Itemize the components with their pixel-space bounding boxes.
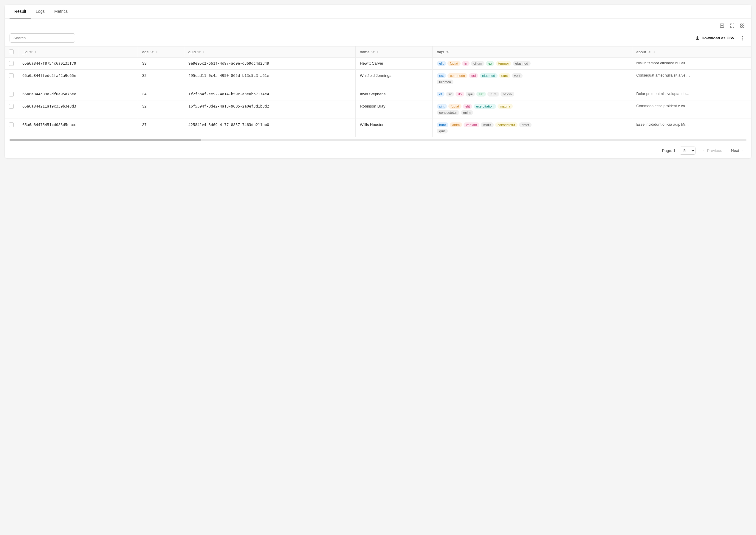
cell-about: Consequat amet nulla sit a velit magna v… [632, 70, 751, 88]
cell-about: Commodo esse proident e commodo Lorem co… [632, 100, 751, 119]
cell-name: Irwin Stephens [356, 88, 433, 100]
table-row: 65a6a84475451cd083d5eacc37425841e4-3d69-… [5, 119, 751, 137]
tag-item: enim [461, 110, 473, 115]
chevron-left-icon: ← [702, 148, 706, 153]
grid-icon[interactable] [738, 21, 746, 30]
header-name: name 👁 ↕ [356, 46, 433, 58]
tag-item: consectetur [495, 123, 518, 127]
svg-rect-2 [742, 24, 744, 25]
tag-item: tempor [496, 61, 511, 66]
export-icon[interactable] [718, 21, 726, 30]
tag-item: ex [486, 61, 494, 66]
tag-item: sint [437, 104, 447, 109]
header-guid: guid 👁 ↕ [184, 46, 355, 58]
tag-item: magna [498, 104, 513, 109]
next-button[interactable]: Next → [729, 147, 746, 154]
tag-item: et [437, 92, 444, 97]
tab-logs[interactable]: Logs [31, 5, 49, 18]
previous-button[interactable]: ← Previous [700, 147, 725, 154]
row-checkbox[interactable] [9, 104, 14, 109]
cell-about: Nisi in tempor eiusmod nul aliqua nulla … [632, 58, 751, 70]
table-row: 65a6a844ffedc3fa42a9e65e32495cad11-0c4a-… [5, 70, 751, 88]
tag-item: sunt [499, 73, 510, 78]
row-checkbox[interactable] [9, 73, 14, 78]
cell-age: 32 [138, 70, 184, 88]
tag-item: velit [512, 73, 523, 78]
page-size-select[interactable]: 5102050 [680, 147, 695, 155]
cell-age: 37 [138, 119, 184, 137]
tag-item: do [456, 92, 464, 97]
id-sort-icon[interactable]: ↕ [35, 50, 36, 54]
cell-guid: 425841e4-3d69-4f77-8857-7463db211bb0 [184, 119, 355, 137]
cell-about: Dolor proident nisi voluptat dolor ad. N… [632, 88, 751, 100]
page-label: Page: 1 [662, 148, 676, 153]
expand-icon[interactable] [728, 21, 736, 30]
tag-item: fugiat [448, 104, 462, 109]
id-eye-icon[interactable]: 👁 [29, 50, 33, 54]
cell-name: Hewitt Carver [356, 58, 433, 70]
cell-name: Whitfield Jennings [356, 70, 433, 88]
header-checkbox-col [5, 46, 18, 58]
tab-metrics[interactable]: Metrics [49, 5, 73, 18]
cell-guid: 1f2f3b4f-ee92-4a14-b59c-a3e0bb7174e4 [184, 88, 355, 100]
svg-rect-4 [742, 26, 744, 27]
chevron-right-icon: → [740, 148, 744, 153]
select-all-checkbox[interactable] [9, 49, 14, 54]
header-tags: tags 👁 [433, 46, 632, 58]
svg-point-6 [742, 38, 743, 39]
cell-age: 33 [138, 58, 184, 70]
download-csv-button[interactable]: Download as CSV [695, 36, 735, 40]
download-icon [695, 36, 700, 40]
cell-age: 34 [138, 88, 184, 100]
cell-name: Willis Houston [356, 119, 433, 137]
search-input[interactable] [10, 33, 75, 42]
tag-item: commodo [447, 73, 468, 78]
table-row: 65a6a844211a19c339b3e3d33216f5594f-0de2-… [5, 100, 751, 119]
svg-rect-1 [741, 24, 742, 25]
tag-item: anim [450, 123, 462, 127]
tag-item: irure [437, 123, 448, 127]
tag-item: elit [463, 104, 472, 109]
main-container: Result Logs Metrics [5, 5, 751, 158]
row-checkbox[interactable] [9, 61, 14, 66]
tag-item: eiusmod [513, 61, 530, 66]
cell-id: 65a6a84475451cd083d5eacc [18, 119, 138, 137]
row-checkbox[interactable] [9, 92, 14, 97]
tag-item: sit [446, 92, 454, 97]
age-sort-icon[interactable]: ↕ [156, 50, 158, 54]
tag-item: exercitation [474, 104, 496, 109]
cell-about: Esse incididunt officia adip Minim venia… [632, 119, 751, 137]
cell-id: 65a6a844c83a2df0a95a76ee [18, 88, 138, 100]
row-checkbox[interactable] [9, 123, 14, 127]
tag-item: ullamco [437, 79, 453, 84]
tags-eye-icon[interactable]: 👁 [446, 50, 450, 54]
name-sort-icon[interactable]: ↕ [377, 50, 378, 54]
table-row: 65a6a8447f8754c6a0133f79339e9e95c2-661f-… [5, 58, 751, 70]
toolbar: Download as CSV [5, 30, 751, 46]
tag-item: qui [469, 73, 478, 78]
header-age: age 👁 ↕ [138, 46, 184, 58]
table-row: 65a6a844c83a2df0a95a76ee341f2f3b4f-ee92-… [5, 88, 751, 100]
cell-tags: elitfugiatincillumextemporeiusmod [433, 58, 632, 70]
svg-point-5 [742, 36, 743, 37]
tag-item: irure [487, 92, 499, 97]
cell-tags: etsitdoquiestirureofficia [433, 88, 632, 100]
cell-id: 65a6a844211a19c339b3e3d3 [18, 100, 138, 119]
cell-guid: 495cad11-0c4a-4950-865d-b13c5c3fa61e [184, 70, 355, 88]
cell-id: 65a6a844ffedc3fa42a9e65e [18, 70, 138, 88]
table-footer: Page: 1 5102050 ← Previous Next → [5, 143, 751, 158]
age-eye-icon[interactable]: 👁 [151, 50, 154, 54]
guid-eye-icon[interactable]: 👁 [197, 50, 201, 54]
guid-sort-icon[interactable]: ↕ [203, 50, 204, 54]
about-eye-icon[interactable]: 👁 [648, 50, 651, 54]
cell-name: Robinson Bray [356, 100, 433, 119]
horizontal-scrollbar[interactable] [5, 137, 751, 143]
about-sort-icon[interactable]: ↕ [653, 50, 655, 54]
tag-item: mollit [481, 123, 494, 127]
tab-result[interactable]: Result [10, 5, 31, 18]
more-options-icon[interactable] [738, 34, 746, 42]
toolbar-right: Download as CSV [695, 34, 746, 42]
tag-item: est [476, 92, 486, 97]
name-eye-icon[interactable]: 👁 [372, 50, 375, 54]
cell-guid: 9e9e95c2-661f-4d97-ad9e-d369dc4d2349 [184, 58, 355, 70]
